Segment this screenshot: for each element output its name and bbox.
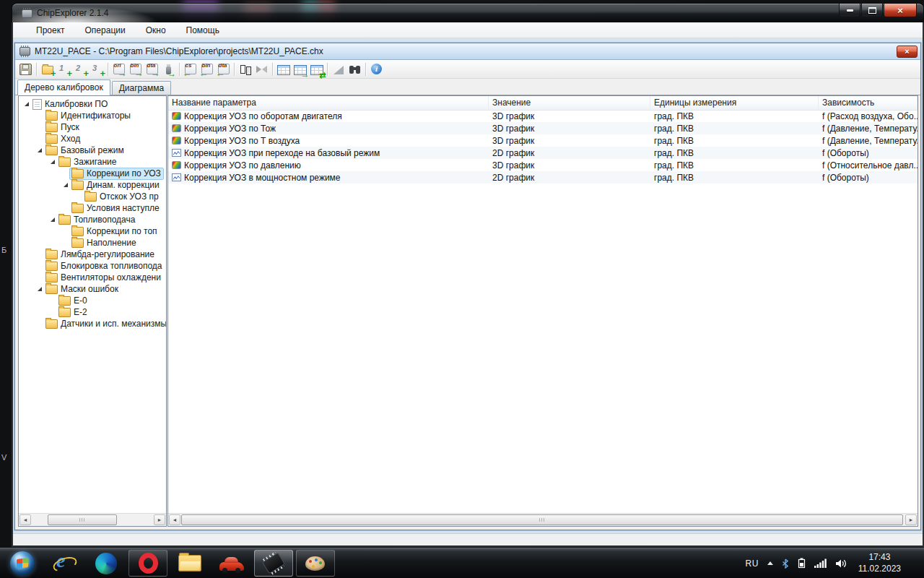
tree-node[interactable]: Хход — [43, 133, 83, 145]
scroll-left-arrow[interactable]: ◄ — [169, 514, 180, 525]
tree-node[interactable]: Вентиляторы охлаждени — [43, 272, 164, 284]
menu-item-operations[interactable]: Операции — [75, 23, 136, 38]
scroll-thumb[interactable] — [48, 514, 117, 525]
tree-item[interactable]: Коррекции по топ — [19, 225, 166, 237]
expand-arrow-icon[interactable] — [48, 217, 56, 222]
expand-arrow-icon[interactable] — [35, 287, 43, 291]
tree-item[interactable]: Базовый режим — [19, 144, 166, 156]
column-header[interactable]: Название параметра — [168, 96, 489, 110]
table-export-button[interactable] — [292, 61, 308, 77]
taskbar-chipexplorer[interactable] — [254, 550, 293, 577]
tree-item[interactable]: E-0 — [19, 295, 166, 306]
column-header[interactable]: Значение — [489, 96, 650, 110]
info-button[interactable] — [368, 61, 385, 77]
document-close-button[interactable]: × — [897, 46, 918, 58]
tree-node[interactable]: Динам. коррекции — [69, 179, 162, 191]
tree-node[interactable]: Идентификаторы — [43, 110, 134, 122]
taskbar-opera[interactable] — [128, 550, 167, 577]
scroll-right-arrow[interactable]: ► — [905, 514, 917, 525]
tree-hscrollbar[interactable]: ◄ ► — [19, 513, 166, 526]
bluetooth-icon[interactable] — [782, 558, 789, 569]
tree-item[interactable]: Идентификаторы — [19, 110, 166, 121]
taskbar-internet-explorer[interactable] — [45, 550, 84, 577]
menu-item-project[interactable]: Проект — [26, 23, 75, 38]
start-button[interactable] — [3, 550, 42, 577]
add-layer-2-button[interactable] — [72, 61, 89, 77]
tree-item[interactable]: E-2 — [19, 306, 166, 318]
tree-node[interactable]: Лямбда-регулирование — [43, 249, 157, 261]
tree-item[interactable]: Коррекции по УОЗ — [19, 168, 166, 179]
table-row[interactable]: Коррекция УОЗ по Тож3D графикград. ПКВf … — [168, 122, 918, 134]
column-header[interactable]: Зависимость — [819, 96, 918, 110]
battery-icon[interactable] — [798, 558, 806, 569]
tree-node[interactable]: Отскок УОЗ пр — [82, 191, 162, 203]
tree-item[interactable]: Блокировка топливопода — [19, 260, 166, 272]
tree-item[interactable]: Вентиляторы охлаждени — [19, 272, 166, 283]
signal-icon[interactable] — [814, 558, 827, 568]
tree-node[interactable]: Наполнение — [69, 237, 139, 249]
column-header[interactable]: Единицы измерения — [650, 96, 819, 110]
table-row[interactable]: Коррекция УОЗ в мощностном режиме2D граф… — [168, 171, 918, 184]
import-bin-button[interactable] — [199, 61, 215, 77]
hidden-icons-arrow-icon[interactable] — [767, 561, 773, 565]
tree-node[interactable]: Базовый режим — [43, 144, 127, 157]
export-dta-button[interactable] — [144, 61, 160, 77]
taskbar-edge[interactable] — [87, 550, 126, 577]
tree-item[interactable]: Маски ошибок — [19, 283, 166, 295]
close-button[interactable]: × — [884, 4, 917, 17]
language-indicator[interactable]: RU — [745, 558, 758, 569]
taskbar-car-app[interactable] — [212, 550, 251, 577]
table-sync-button[interactable] — [308, 61, 325, 77]
expand-arrow-icon[interactable] — [48, 160, 56, 164]
tree-node[interactable]: Датчики и исп. механизмы — [43, 318, 166, 330]
table-row[interactable]: Коррекция УОЗ по оборотам двигателя3D гр… — [168, 110, 918, 122]
tree-item[interactable]: Динам. коррекции — [19, 179, 166, 191]
table-hscrollbar[interactable]: ◄ ► — [168, 513, 918, 526]
tree-node[interactable]: E-2 — [56, 306, 90, 319]
tree-node[interactable]: Калибровки ПО — [30, 98, 110, 111]
tree-item[interactable]: Калибровки ПО — [19, 98, 166, 110]
tree-item[interactable]: Датчики и исп. механизмы — [19, 318, 166, 329]
chart-button[interactable] — [330, 61, 346, 77]
scroll-thumb[interactable] — [181, 514, 903, 525]
taskbar-paint[interactable] — [296, 550, 335, 577]
tree-item[interactable]: Зажигание — [19, 156, 166, 168]
expand-arrow-icon[interactable] — [35, 148, 43, 152]
minimize-button[interactable] — [839, 4, 860, 17]
tab-calibration-tree[interactable]: Дерево калибровок — [17, 79, 110, 95]
tree-node[interactable]: Маски ошибок — [43, 283, 121, 296]
taskbar-explorer[interactable] — [170, 550, 209, 577]
compare-windows-button[interactable] — [237, 61, 253, 77]
scroll-right-arrow[interactable]: ► — [154, 514, 165, 525]
search-button[interactable] — [346, 61, 363, 77]
tab-diagram[interactable]: Диаграмма — [112, 81, 171, 95]
tree-item[interactable]: Хход — [19, 133, 166, 144]
table-view-button[interactable] — [275, 61, 292, 77]
tree-node[interactable]: Топливоподача — [56, 214, 138, 226]
tree-item[interactable]: Топливоподача — [19, 214, 166, 225]
tree-item[interactable]: Отскок УОЗ пр — [19, 191, 166, 202]
export-ori-button[interactable] — [110, 61, 127, 77]
save-button[interactable] — [17, 61, 34, 77]
maximize-button[interactable] — [861, 4, 883, 17]
menu-item-help[interactable]: Помощь — [176, 23, 230, 38]
add-layer-3-button[interactable] — [89, 61, 105, 77]
table-row[interactable]: Коррекция УОЗ по давлению3D графикград. … — [168, 159, 918, 171]
import-cs-button[interactable] — [182, 61, 199, 77]
tree-node[interactable]: Коррекции по УОЗ — [69, 168, 164, 180]
add-project-button[interactable] — [39, 61, 56, 77]
tree-node[interactable]: Условия наступле — [69, 202, 162, 215]
table-row[interactable]: Коррекция УОЗ по Т воздуха3D графикград.… — [168, 134, 918, 147]
tree-node[interactable]: Пуск — [43, 121, 82, 134]
tree-item[interactable]: Условия наступле — [19, 202, 166, 214]
titlebar[interactable]: ChipExplorer 2.1.4 × — [12, 3, 924, 22]
tree-node[interactable]: Коррекции по топ — [69, 225, 160, 238]
tree-item[interactable]: Пуск — [19, 121, 166, 133]
add-layer-1-button[interactable] — [56, 61, 72, 77]
menu-item-window[interactable]: Окно — [136, 23, 176, 38]
tree-node[interactable]: Блокировка топливопода — [43, 260, 165, 272]
clock[interactable]: 17:43 11.02.2023 — [858, 552, 901, 574]
merge-button[interactable] — [253, 61, 270, 77]
import-dta-button[interactable] — [215, 61, 232, 77]
export-bin-button[interactable] — [127, 61, 144, 77]
